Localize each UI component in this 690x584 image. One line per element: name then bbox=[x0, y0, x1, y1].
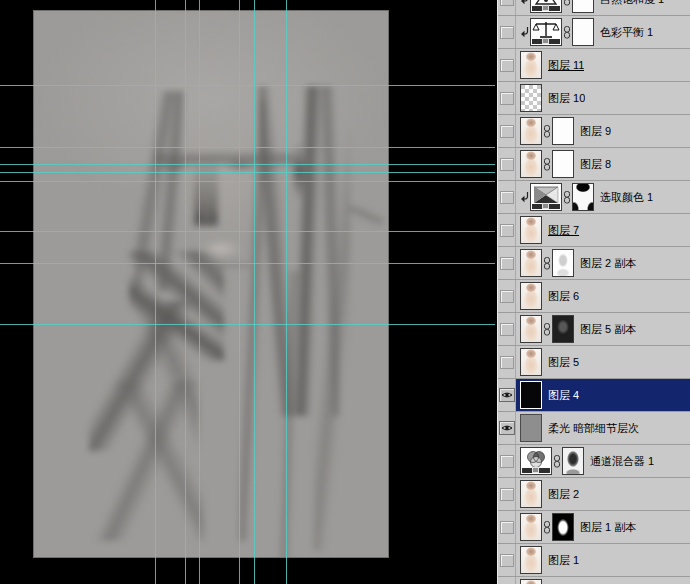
layer-row-content[interactable]: 图层 2 副本 bbox=[516, 247, 690, 279]
layer-row-content[interactable]: 图层 5 bbox=[516, 346, 690, 378]
link-icon[interactable] bbox=[543, 125, 551, 138]
layer-mask-thumbnail[interactable] bbox=[572, 0, 594, 13]
layer-thumbnail-portrait[interactable] bbox=[520, 348, 542, 376]
visibility-toggle[interactable] bbox=[498, 544, 516, 576]
layer-name[interactable]: 图层 6 bbox=[548, 289, 579, 304]
layer-mask-thumbnail[interactable] bbox=[572, 183, 594, 211]
horizontal-guide[interactable] bbox=[0, 85, 495, 86]
visibility-toggle[interactable] bbox=[498, 577, 516, 584]
layer-name[interactable]: 柔光 暗部细节层次 bbox=[548, 421, 639, 436]
layer-mask-thumbnail[interactable] bbox=[552, 315, 574, 343]
visibility-toggle[interactable] bbox=[498, 16, 516, 48]
layer-row[interactable]: 图层 11 bbox=[498, 49, 690, 82]
visibility-toggle[interactable] bbox=[498, 379, 516, 411]
link-icon[interactable] bbox=[543, 521, 551, 534]
visibility-toggle[interactable] bbox=[498, 0, 516, 15]
visibility-checkbox-empty[interactable] bbox=[500, 191, 514, 204]
link-icon[interactable] bbox=[553, 455, 561, 468]
link-icon[interactable] bbox=[543, 323, 551, 336]
vertical-guide[interactable] bbox=[155, 0, 156, 584]
visibility-checkbox-empty[interactable] bbox=[500, 59, 514, 72]
visibility-checkbox-empty[interactable] bbox=[500, 125, 514, 138]
visibility-checkbox-empty[interactable] bbox=[500, 356, 514, 369]
visibility-toggle[interactable] bbox=[498, 478, 516, 510]
layer-name[interactable]: 图层 8 bbox=[580, 157, 611, 172]
canvas[interactable] bbox=[34, 11, 388, 557]
layer-thumbnail-portrait[interactable] bbox=[520, 513, 542, 541]
layer-mask-thumbnail[interactable] bbox=[552, 513, 574, 541]
visibility-toggle[interactable] bbox=[498, 247, 516, 279]
layer-row[interactable]: 图层 9 bbox=[498, 115, 690, 148]
layer-row[interactable]: 图层 4 bbox=[498, 379, 690, 412]
visibility-checkbox-empty[interactable] bbox=[500, 158, 514, 171]
layer-row-content[interactable]: 图层 1 bbox=[516, 544, 690, 576]
visibility-toggle[interactable] bbox=[498, 214, 516, 246]
layer-name[interactable]: 图层 7 bbox=[548, 223, 579, 238]
visibility-toggle[interactable] bbox=[498, 181, 516, 213]
layer-name[interactable]: 图层 4 bbox=[548, 388, 579, 403]
layer-row[interactable]: 图层 5 bbox=[498, 346, 690, 379]
layer-row-content[interactable]: 图层 2 bbox=[516, 478, 690, 510]
layer-row[interactable]: 自然饱和度 1 bbox=[498, 0, 690, 16]
horizontal-guide[interactable] bbox=[0, 181, 495, 182]
layer-row-content[interactable] bbox=[516, 577, 690, 584]
layer-row[interactable] bbox=[498, 577, 690, 584]
layer-name[interactable]: 图层 2 bbox=[548, 487, 579, 502]
horizontal-guide[interactable] bbox=[0, 172, 495, 173]
visibility-toggle[interactable] bbox=[498, 313, 516, 345]
layer-row-content[interactable]: 选取颜色 1 bbox=[516, 181, 690, 213]
layer-mask-thumbnail[interactable] bbox=[552, 150, 574, 178]
layer-row[interactable]: 图层 2 副本 bbox=[498, 247, 690, 280]
visibility-checkbox-empty[interactable] bbox=[500, 224, 514, 237]
layer-thumbnail-portrait[interactable] bbox=[520, 546, 542, 574]
link-icon[interactable] bbox=[543, 257, 551, 270]
visibility-toggle[interactable] bbox=[498, 346, 516, 378]
layer-thumbnail-portrait[interactable] bbox=[520, 480, 542, 508]
layer-name[interactable]: 图层 9 bbox=[580, 124, 611, 139]
link-icon[interactable] bbox=[563, 0, 571, 6]
horizontal-guide[interactable] bbox=[0, 147, 495, 148]
visibility-toggle[interactable] bbox=[498, 280, 516, 312]
adj-selective-color-icon[interactable] bbox=[530, 183, 562, 211]
visibility-toggle[interactable] bbox=[498, 511, 516, 543]
adj-vibrance-icon[interactable] bbox=[530, 0, 562, 13]
layer-row[interactable]: 图层 7 bbox=[498, 214, 690, 247]
visibility-checkbox-empty[interactable] bbox=[500, 257, 514, 270]
link-icon[interactable] bbox=[563, 26, 571, 39]
layer-thumbnail-checker[interactable] bbox=[520, 84, 542, 112]
layer-mask-thumbnail[interactable] bbox=[552, 117, 574, 145]
layer-name[interactable]: 色彩平衡 1 bbox=[600, 25, 653, 40]
layer-name[interactable]: 图层 1 bbox=[548, 553, 579, 568]
visibility-checkbox-empty[interactable] bbox=[500, 323, 514, 336]
layer-thumbnail-portrait[interactable] bbox=[520, 315, 542, 343]
layer-name[interactable]: 图层 10 bbox=[548, 91, 585, 106]
layer-name[interactable]: 图层 1 副本 bbox=[580, 520, 636, 535]
layer-thumbnail-portrait[interactable] bbox=[520, 117, 542, 145]
vertical-guide[interactable] bbox=[239, 0, 240, 584]
visibility-toggle[interactable] bbox=[498, 445, 516, 477]
visibility-checkbox-empty[interactable] bbox=[500, 521, 514, 534]
link-icon[interactable] bbox=[563, 191, 571, 204]
layer-row-content[interactable]: 图层 4 bbox=[516, 379, 690, 411]
layer-name[interactable]: 图层 11 bbox=[548, 58, 584, 73]
layer-mask-thumbnail[interactable] bbox=[552, 249, 574, 277]
vertical-guide[interactable] bbox=[286, 0, 287, 584]
layer-row[interactable]: 图层 10 bbox=[498, 82, 690, 115]
layer-row-content[interactable]: 图层 8 bbox=[516, 148, 690, 180]
layer-thumbnail-portrait[interactable] bbox=[520, 282, 542, 310]
layer-row[interactable]: 图层 1 副本 bbox=[498, 511, 690, 544]
layer-row[interactable]: 图层 6 bbox=[498, 280, 690, 313]
layer-row-content[interactable]: 图层 7 bbox=[516, 214, 690, 246]
visibility-checkbox-empty[interactable] bbox=[500, 488, 514, 501]
layer-thumbnail-portrait[interactable] bbox=[520, 150, 542, 178]
layer-thumbnail-gray[interactable] bbox=[520, 414, 542, 442]
visibility-toggle[interactable] bbox=[498, 115, 516, 147]
layer-row-content[interactable]: 通道混合器 1 bbox=[516, 445, 690, 477]
layer-name[interactable]: 图层 5 副本 bbox=[580, 322, 636, 337]
layer-row[interactable]: 色彩平衡 1 bbox=[498, 16, 690, 49]
layer-row-content[interactable]: 图层 5 副本 bbox=[516, 313, 690, 345]
visibility-toggle[interactable] bbox=[498, 412, 516, 444]
horizontal-guide[interactable] bbox=[0, 231, 495, 232]
vertical-guide[interactable] bbox=[185, 0, 186, 584]
layer-name[interactable]: 图层 2 副本 bbox=[580, 256, 636, 271]
